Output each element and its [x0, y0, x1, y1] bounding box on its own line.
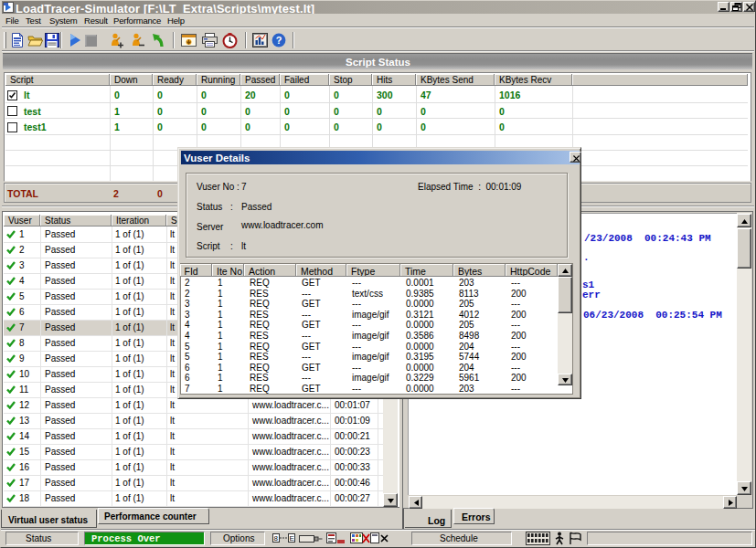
svg-text:8: 8 — [274, 534, 279, 543]
svg-text:E: E — [290, 534, 294, 543]
svg-text:?: ? — [276, 35, 282, 46]
